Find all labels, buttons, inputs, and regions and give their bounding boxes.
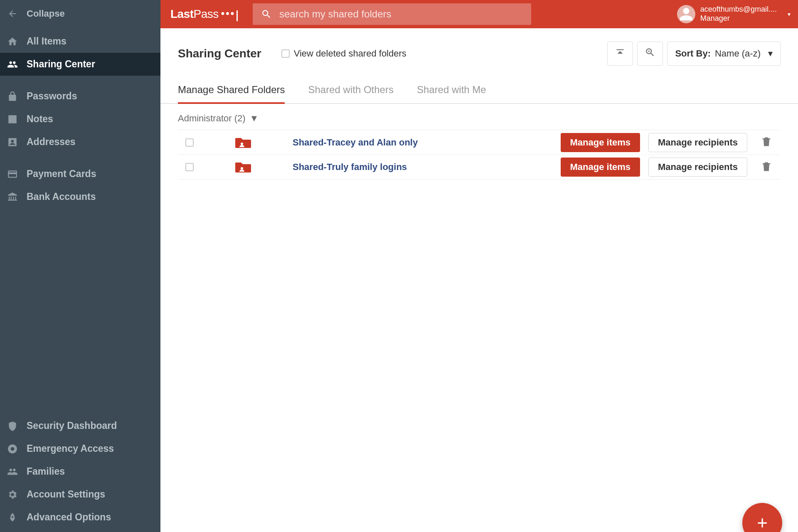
account-email: aceofthumbs@gmail.... [700, 5, 777, 14]
sidebar-item-label: Emergency Access [27, 443, 114, 454]
bank-icon [6, 192, 19, 202]
sidebar-item-label: Payment Cards [27, 168, 96, 180]
svg-point-1 [241, 167, 243, 170]
rocket-icon [6, 512, 19, 523]
arrow-left-icon [6, 9, 19, 19]
zoom-in-icon [645, 47, 655, 60]
shield-icon [6, 421, 19, 431]
page-header: Sharing Center View deleted shared folde… [160, 28, 798, 66]
tabs: Manage Shared Folders Shared with Others… [160, 66, 798, 104]
shared-folder-icon [234, 136, 252, 149]
sidebar-item-label: Sharing Center [27, 59, 95, 70]
sidebar-item-label: Bank Accounts [27, 191, 96, 202]
home-icon [6, 36, 19, 47]
sidebar-item-label: Notes [27, 113, 53, 125]
tab-label: Shared with Others [308, 84, 393, 95]
search-icon [261, 9, 272, 20]
zoom-button[interactable] [637, 42, 663, 66]
sidebar-item-addresses[interactable]: Addresses [0, 131, 160, 153]
tab-shared-with-me[interactable]: Shared with Me [417, 84, 486, 103]
sidebar-item-label: All Items [27, 36, 66, 47]
trash-icon [761, 161, 772, 172]
sidebar-item-payment-cards[interactable]: Payment Cards [0, 163, 160, 185]
gear-icon [6, 489, 19, 500]
collapse-all-button[interactable] [607, 42, 633, 66]
chevron-down-icon: ▾ [768, 48, 773, 59]
sidebar-item-sharing-center[interactable]: Sharing Center [0, 53, 160, 76]
account-text: aceofthumbs@gmail.... Manager [700, 5, 777, 23]
folder-name[interactable]: Shared-Truly family logins [293, 162, 407, 172]
avatar [677, 5, 695, 23]
logo-last: Last [170, 7, 194, 21]
sidebar-item-label: Passwords [27, 91, 77, 102]
plus-icon: + [757, 512, 768, 532]
tab-label: Manage Shared Folders [178, 84, 285, 95]
delete-button[interactable] [761, 136, 772, 149]
table-row: Shared-Truly family logins Manage items … [178, 155, 781, 180]
sort-value: Name (a-z) [715, 48, 761, 59]
page-title: Sharing Center [178, 47, 261, 60]
sidebar-item-label: Families [27, 466, 65, 477]
sidebar-item-families[interactable]: Families [0, 460, 160, 483]
people-icon [6, 59, 19, 70]
tab-label: Shared with Me [417, 84, 486, 95]
family-icon [6, 466, 19, 477]
folder-list: Shared-Tracey and Alan only Manage items… [160, 130, 798, 180]
main: LastPass ••• aceofthumbs@gmail.... Manag… [160, 0, 798, 532]
sidebar-item-notes[interactable]: Notes [0, 108, 160, 131]
sidebar-item-advanced-options[interactable]: Advanced Options [0, 506, 160, 529]
tab-shared-with-others[interactable]: Shared with Others [308, 84, 393, 103]
sort-label: Sort By: [675, 48, 711, 59]
group-title: Administrator (2) [178, 113, 246, 124]
account-role: Manager [700, 14, 777, 23]
sidebar-item-passwords[interactable]: Passwords [0, 85, 160, 108]
note-icon [6, 114, 19, 125]
collapse-all-icon [615, 47, 626, 60]
folder-name[interactable]: Shared-Tracey and Alan only [293, 137, 418, 148]
sidebar-item-label: Account Settings [27, 489, 105, 500]
chevron-down-icon: ▼ [250, 113, 259, 124]
manage-items-button[interactable]: Manage items [561, 158, 640, 177]
lifebuoy-icon [6, 443, 19, 454]
collapse-label: Collapse [27, 8, 65, 19]
account-menu[interactable]: aceofthumbs@gmail.... Manager ▾ [677, 5, 791, 23]
search-input[interactable] [279, 8, 523, 20]
shared-folder-icon [234, 161, 252, 173]
sidebar-item-all-items[interactable]: All Items [0, 30, 160, 53]
checkbox-icon[interactable] [281, 49, 290, 58]
group-header[interactable]: Administrator (2) ▼ [160, 104, 798, 130]
view-deleted-label: View deleted shared folders [294, 48, 406, 59]
row-checkbox[interactable] [185, 138, 194, 147]
sidebar-item-bank-accounts[interactable]: Bank Accounts [0, 185, 160, 208]
add-folder-fab[interactable]: + [742, 503, 782, 532]
logo-pass: Pass [194, 7, 219, 21]
sidebar: Collapse All Items Sharing Center Passwo… [0, 0, 160, 532]
address-book-icon [6, 137, 19, 148]
table-row: Shared-Tracey and Alan only Manage items… [178, 130, 781, 155]
sidebar-item-account-settings[interactable]: Account Settings [0, 483, 160, 506]
trash-icon [761, 136, 772, 148]
manage-recipients-button[interactable]: Manage recipients [648, 158, 747, 177]
lock-icon [6, 91, 19, 102]
sort-dropdown[interactable]: Sort By: Name (a-z) ▾ [667, 42, 781, 66]
logo: LastPass ••• [170, 7, 238, 21]
logo-dots-icon: ••• [221, 7, 235, 19]
chevron-down-icon: ▾ [788, 11, 791, 17]
tab-manage-shared-folders[interactable]: Manage Shared Folders [178, 84, 285, 104]
view-deleted-toggle[interactable]: View deleted shared folders [281, 48, 406, 59]
topbar: LastPass ••• aceofthumbs@gmail.... Manag… [160, 0, 798, 28]
manage-items-button[interactable]: Manage items [561, 133, 640, 152]
credit-card-icon [6, 169, 19, 180]
svg-point-0 [241, 143, 243, 145]
sidebar-item-label: Advanced Options [27, 512, 111, 523]
row-checkbox[interactable] [185, 163, 194, 171]
logo-cursor-icon [236, 10, 238, 21]
delete-button[interactable] [761, 161, 772, 174]
sidebar-item-label: Security Dashboard [27, 420, 117, 431]
search-box[interactable] [253, 3, 531, 25]
sidebar-item-label: Addresses [27, 136, 76, 148]
sidebar-item-security-dashboard[interactable]: Security Dashboard [0, 414, 160, 437]
collapse-button[interactable]: Collapse [0, 0, 160, 30]
sidebar-item-emergency-access[interactable]: Emergency Access [0, 437, 160, 460]
manage-recipients-button[interactable]: Manage recipients [648, 133, 747, 152]
